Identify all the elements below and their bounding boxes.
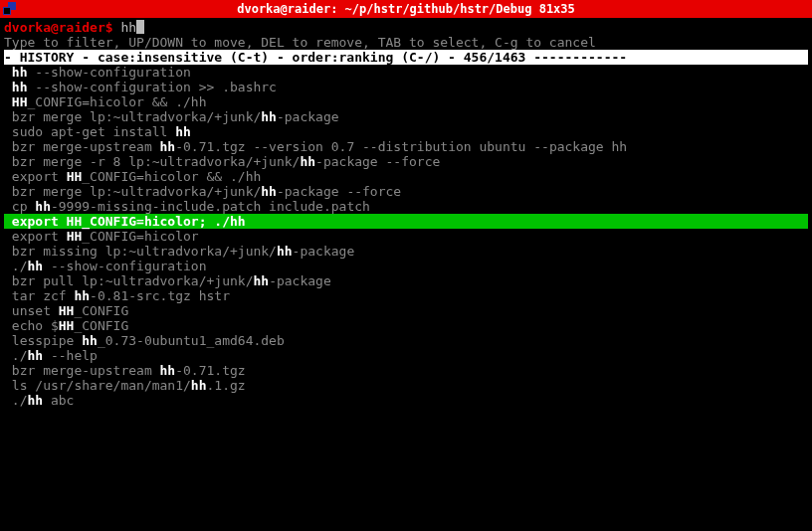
entry-text: _CONFIG=hicolor && ./hh bbox=[82, 169, 261, 184]
entry-text: ./ bbox=[12, 348, 28, 363]
shell-prompt: dvorka@raider$ bbox=[4, 20, 120, 35]
entry-text: cp bbox=[12, 199, 35, 214]
history-entry[interactable]: bzr merge lp:~ultradvorka/+junk/hh-packa… bbox=[4, 109, 808, 124]
entry-text: _CONFIG=hicolor && ./hh bbox=[27, 94, 206, 109]
terminal[interactable]: dvorka@raider$ hh Type to filter, UP/DOW… bbox=[0, 18, 812, 410]
history-entry[interactable]: tar zcf hh-0.81-src.tgz hstr bbox=[4, 288, 808, 303]
history-entry[interactable]: bzr pull lp:~ultradvorka/+junk/hh-packag… bbox=[4, 273, 808, 288]
match-highlight: hh bbox=[27, 259, 43, 273]
entry-text: -0.81-src.tgz hstr bbox=[90, 288, 230, 303]
entry-text: unset bbox=[12, 303, 59, 318]
entry-text: tar zcf bbox=[12, 288, 75, 303]
history-entry[interactable]: unset HH_CONFIG bbox=[4, 303, 808, 318]
history-entry[interactable]: ./hh --help bbox=[4, 348, 808, 363]
typed-query: hh bbox=[120, 20, 136, 35]
match-highlight: hh bbox=[300, 154, 315, 169]
match-highlight: hh bbox=[35, 199, 51, 214]
history-entry[interactable]: export HH_CONFIG=hicolor && ./hh bbox=[4, 169, 808, 184]
prompt-row[interactable]: dvorka@raider$ hh bbox=[4, 20, 808, 35]
entry-text: --show-configuration >> .bashrc bbox=[27, 80, 276, 94]
match-highlight: HH bbox=[59, 318, 75, 333]
history-entry[interactable]: sudo apt-get install hh bbox=[4, 124, 808, 139]
history-entry[interactable]: bzr merge lp:~ultradvorka/+junk/hh-packa… bbox=[4, 184, 808, 199]
entry-text: .1.gz bbox=[207, 378, 246, 393]
entry-text: abc bbox=[43, 393, 74, 408]
history-entry[interactable]: bzr missing lp:~ultradvorka/+junk/hh-pac… bbox=[4, 244, 808, 259]
entry-text: bzr merge-upstream bbox=[12, 139, 160, 154]
entry-text: _CONFIG=hicolor bbox=[82, 229, 198, 244]
entry-text: bzr merge -r 8 lp:~ultradvorka/+junk/ bbox=[12, 154, 301, 169]
history-entry[interactable]: bzr merge -r 8 lp:~ultradvorka/+junk/hh-… bbox=[4, 154, 808, 169]
cursor bbox=[136, 20, 144, 34]
entry-text: _0.73-0ubuntu1_amd64.deb bbox=[98, 333, 285, 348]
history-entry[interactable]: bzr merge-upstream hh-0.71.tgz --version… bbox=[4, 139, 808, 154]
history-entry[interactable]: export HH_CONFIG=hicolor bbox=[4, 229, 808, 244]
history-entry[interactable]: lesspipe hh_0.73-0ubuntu1_amd64.deb bbox=[4, 333, 808, 348]
entry-text: bzr merge-upstream bbox=[12, 363, 160, 378]
history-entry[interactable]: ./hh --show-configuration bbox=[4, 259, 808, 273]
entry-text: bzr merge lp:~ultradvorka/+junk/ bbox=[12, 184, 261, 199]
entry-text: bzr merge lp:~ultradvorka/+junk/ bbox=[12, 109, 261, 124]
history-entry[interactable]: echo $HH_CONFIG bbox=[4, 318, 808, 333]
entry-text: --show-configuration bbox=[27, 65, 190, 80]
history-entry[interactable]: hh --show-configuration bbox=[4, 65, 808, 80]
entry-text: ./ bbox=[12, 259, 28, 273]
match-highlight: hh bbox=[277, 244, 293, 259]
entry-text: -package bbox=[293, 244, 355, 259]
match-highlight: hh bbox=[175, 124, 191, 139]
history-entry[interactable]: ./hh abc bbox=[4, 393, 808, 408]
match-highlight: hh bbox=[191, 378, 207, 393]
entry-text: -package bbox=[269, 273, 331, 288]
match-highlight: HH bbox=[12, 94, 28, 109]
status-bar: - HISTORY - case:insensitive (C-t) - ord… bbox=[4, 50, 808, 65]
entry-text: bzr pull lp:~ultradvorka/+junk/ bbox=[12, 273, 254, 288]
entry-text: -package --force bbox=[315, 154, 440, 169]
match-highlight: hh bbox=[261, 184, 277, 199]
history-entry[interactable]: ls /usr/share/man/man1/hh.1.gz bbox=[4, 378, 808, 393]
history-entry[interactable]: hh --show-configuration >> .bashrc bbox=[4, 80, 808, 94]
match-highlight: hh bbox=[253, 273, 269, 288]
entry-text: ls /usr/share/man/man1/ bbox=[12, 378, 191, 393]
selected-entry[interactable]: export HH_CONFIG=hicolor; ./hh bbox=[4, 214, 808, 229]
history-list[interactable]: hh --show-configuration hh --show-config… bbox=[4, 65, 808, 408]
match-highlight: hh bbox=[12, 80, 28, 94]
entry-text: lesspipe bbox=[12, 333, 82, 348]
match-highlight: hh bbox=[261, 109, 277, 124]
entry-text: _CONFIG bbox=[74, 303, 128, 318]
entry-text: -0.71.tgz --version 0.7 --distribution u… bbox=[175, 139, 627, 154]
match-highlight: HH bbox=[59, 303, 75, 318]
match-highlight: hh bbox=[27, 393, 43, 408]
history-entry[interactable]: HH_CONFIG=hicolor && ./hh bbox=[4, 94, 808, 109]
entry-text: --show-configuration bbox=[43, 259, 206, 273]
match-highlight: hh bbox=[74, 288, 90, 303]
entry-text: ./ bbox=[12, 393, 28, 408]
entry-text: -package --force bbox=[277, 184, 401, 199]
window-titlebar: dvorka@raider: ~/p/hstr/github/hstr/Debu… bbox=[0, 0, 812, 18]
window-title: dvorka@raider: ~/p/hstr/github/hstr/Debu… bbox=[0, 2, 812, 17]
entry-text: echo $ bbox=[12, 318, 59, 333]
entry-text: export bbox=[12, 229, 67, 244]
match-highlight: hh bbox=[82, 333, 98, 348]
match-highlight: hh bbox=[12, 65, 28, 80]
history-entry[interactable]: export HH_CONFIG=hicolor; ./hh bbox=[4, 214, 808, 229]
history-entry[interactable]: cp hh-9999-missing-include.patch include… bbox=[4, 199, 808, 214]
entry-text: bzr missing lp:~ultradvorka/+junk/ bbox=[12, 244, 277, 259]
entry-text: sudo apt-get install bbox=[12, 124, 175, 139]
help-line: Type to filter, UP/DOWN to move, DEL to … bbox=[4, 35, 808, 50]
entry-text: -0.71.tgz bbox=[175, 363, 245, 378]
match-highlight: HH bbox=[67, 229, 83, 244]
history-entry[interactable]: bzr merge-upstream hh-0.71.tgz bbox=[4, 363, 808, 378]
entry-text: export bbox=[12, 169, 67, 184]
match-highlight: hh bbox=[27, 348, 43, 363]
match-highlight: HH bbox=[67, 169, 83, 184]
entry-text: -package bbox=[277, 109, 339, 124]
match-highlight: hh bbox=[160, 139, 176, 154]
entry-text: --help bbox=[43, 348, 98, 363]
entry-text: _CONFIG bbox=[74, 318, 128, 333]
match-highlight: hh bbox=[160, 363, 176, 378]
entry-text: -9999-missing-include.patch include.patc… bbox=[51, 199, 370, 214]
